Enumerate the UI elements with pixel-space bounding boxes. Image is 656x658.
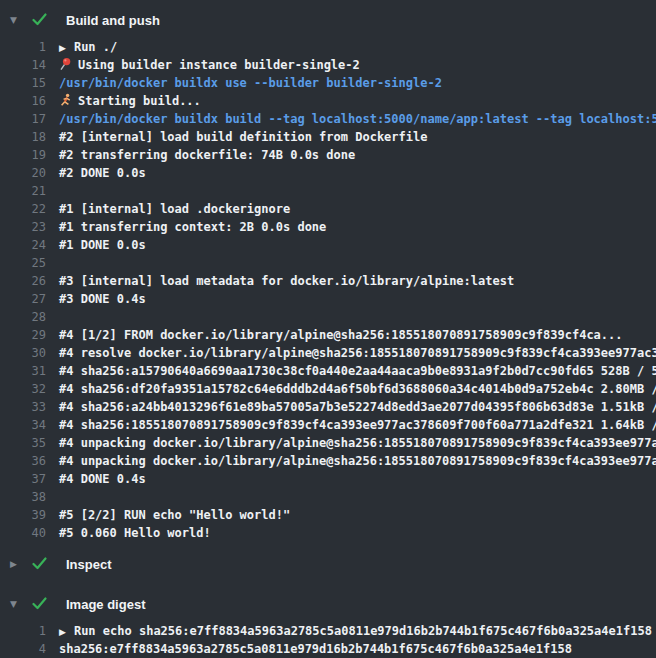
log-section-inspect: ▶Inspect	[0, 554, 656, 574]
log-line: 24#1 DONE 0.0s	[0, 236, 656, 254]
log-line: 31#4 sha256:a15790640a6690aa1730c38cf0a4…	[0, 362, 656, 380]
section-log-lines: 1▶Run echo sha256:e7ff8834a5963a2785c5a0…	[0, 622, 656, 658]
log-line: 4sha256:e7ff8834a5963a2785c5a0811e979d16…	[0, 640, 656, 658]
log-text: #1 [internal] load .dockerignore	[59, 200, 290, 218]
log-line: 19#2 transferring dockerfile: 74B 0.0s d…	[0, 146, 656, 164]
chevron-right-icon[interactable]: ▶	[10, 554, 24, 574]
status-success	[32, 555, 53, 574]
line-number[interactable]: 23	[0, 218, 46, 236]
log-line: 38	[0, 488, 656, 506]
log-text: #4 unpacking docker.io/library/alpine@sh…	[59, 452, 656, 470]
line-number[interactable]: 40	[0, 524, 46, 542]
line-number[interactable]: 38	[0, 488, 46, 506]
line-number[interactable]: 20	[0, 164, 46, 182]
log-line: 27#3 DONE 0.4s	[0, 290, 656, 308]
log-line: 40#5 0.060 Hello world!	[0, 524, 656, 542]
log-line: 39#5 [2/2] RUN echo "Hello world!"	[0, 506, 656, 524]
line-number[interactable]: 31	[0, 362, 46, 380]
line-number[interactable]: 1	[0, 622, 46, 640]
runner-icon	[59, 93, 72, 110]
line-number[interactable]: 24	[0, 236, 46, 254]
log-line: 22#1 [internal] load .dockerignore	[0, 200, 656, 218]
log-line: 34#4 sha256:185518070891758909c9f839cf4c…	[0, 416, 656, 434]
line-number[interactable]: 35	[0, 434, 46, 452]
status-success	[32, 595, 53, 614]
log-text: #1 DONE 0.0s	[59, 236, 146, 254]
pushpin-icon	[59, 57, 72, 74]
log-text: Using builder instance builder-single-2	[59, 56, 360, 74]
line-number[interactable]: 26	[0, 272, 46, 290]
log-line: 25	[0, 254, 656, 272]
log-line: 15/usr/bin/docker buildx use --builder b…	[0, 74, 656, 92]
log-text: #4 sha256:185518070891758909c9f839cf4ca3…	[59, 416, 656, 434]
line-number[interactable]: 28	[0, 308, 46, 326]
line-number[interactable]: 29	[0, 326, 46, 344]
log-text: ▶Run echo sha256:e7ff8834a5963a2785c5a08…	[59, 622, 652, 640]
line-number[interactable]: 36	[0, 452, 46, 470]
section-label: Build and push	[66, 13, 160, 28]
log-line: 26#3 [internal] load metadata for docker…	[0, 272, 656, 290]
log-line: 14Using builder instance builder-single-…	[0, 56, 656, 74]
log-line: 33#4 sha256:a24bb4013296f61e89ba57005a7b…	[0, 398, 656, 416]
group-expand-icon[interactable]: ▶	[59, 627, 66, 637]
line-number[interactable]: 22	[0, 200, 46, 218]
log-line: 32#4 sha256:df20fa9351a15782c64e6dddb2d4…	[0, 380, 656, 398]
line-number[interactable]: 14	[0, 56, 46, 74]
log-text: #4 resolve docker.io/library/alpine@sha2…	[59, 344, 656, 362]
line-number[interactable]: 17	[0, 110, 46, 128]
line-number[interactable]: 1	[0, 38, 46, 56]
command-text: /usr/bin/docker buildx use --builder bui…	[59, 74, 442, 92]
log-text: #4 unpacking docker.io/library/alpine@sh…	[59, 434, 656, 452]
line-number[interactable]: 4	[0, 640, 46, 658]
line-number[interactable]: 39	[0, 506, 46, 524]
line-number[interactable]: 25	[0, 254, 46, 272]
section-header-build-and-push[interactable]: ▼Build and push	[0, 10, 656, 30]
log-text: #3 [internal] load metadata for docker.i…	[59, 272, 514, 290]
log-line: 30#4 resolve docker.io/library/alpine@sh…	[0, 344, 656, 362]
line-number[interactable]: 19	[0, 146, 46, 164]
line-number[interactable]: 15	[0, 74, 46, 92]
section-log-lines: 1▶Run ./14Using builder instance builder…	[0, 38, 656, 542]
log-text: #4 sha256:a15790640a6690aa1730c38cf0a440…	[59, 362, 656, 380]
log-text: #3 DONE 0.4s	[59, 290, 146, 308]
log-text: #2 [internal] load build definition from…	[59, 128, 427, 146]
line-number[interactable]: 18	[0, 128, 46, 146]
chevron-down-icon[interactable]: ▼	[10, 594, 24, 614]
section-label: Image digest	[66, 597, 145, 612]
line-number[interactable]: 21	[0, 182, 46, 200]
section-header-image-digest[interactable]: ▼Image digest	[0, 594, 656, 614]
log-line: 37#4 DONE 0.4s	[0, 470, 656, 488]
check-icon	[32, 595, 47, 614]
line-number[interactable]: 16	[0, 92, 46, 110]
section-label: Inspect	[66, 557, 112, 572]
log-text: ▶Run ./	[59, 38, 117, 56]
log-text: #4 sha256:df20fa9351a15782c64e6dddb2d4a6…	[59, 380, 656, 398]
log-text: #5 [2/2] RUN echo "Hello world!"	[59, 506, 290, 524]
log-line: 21	[0, 182, 656, 200]
log-line: 35#4 unpacking docker.io/library/alpine@…	[0, 434, 656, 452]
log-text: #5 0.060 Hello world!	[59, 524, 211, 542]
line-number[interactable]: 30	[0, 344, 46, 362]
log-section-image-digest: ▼Image digest1▶Run echo sha256:e7ff8834a…	[0, 594, 656, 658]
log-line: 23#1 transferring context: 2B 0.0s done	[0, 218, 656, 236]
line-number[interactable]: 37	[0, 470, 46, 488]
log-line: 29#4 [1/2] FROM docker.io/library/alpine…	[0, 326, 656, 344]
line-number[interactable]: 32	[0, 380, 46, 398]
log-text: #2 transferring dockerfile: 74B 0.0s don…	[59, 146, 355, 164]
line-number[interactable]: 34	[0, 416, 46, 434]
section-header-inspect[interactable]: ▶Inspect	[0, 554, 656, 574]
check-icon	[32, 555, 47, 574]
log-line: 1▶Run ./	[0, 38, 656, 56]
log-section-build-and-push: ▼Build and push1▶Run ./14Using builder i…	[0, 10, 656, 542]
log-line: 20#2 DONE 0.0s	[0, 164, 656, 182]
chevron-down-icon[interactable]: ▼	[10, 10, 24, 30]
check-icon	[32, 11, 47, 30]
line-number[interactable]: 33	[0, 398, 46, 416]
line-number[interactable]: 27	[0, 290, 46, 308]
actions-log: ▼Build and push1▶Run ./14Using builder i…	[0, 0, 656, 658]
log-text: #1 transferring context: 2B 0.0s done	[59, 218, 326, 236]
log-line: 17/usr/bin/docker buildx build --tag loc…	[0, 110, 656, 128]
log-text: #4 sha256:a24bb4013296f61e89ba57005a7b3e…	[59, 398, 656, 416]
group-expand-icon[interactable]: ▶	[59, 43, 66, 53]
command-text: /usr/bin/docker buildx build --tag local…	[59, 110, 656, 128]
